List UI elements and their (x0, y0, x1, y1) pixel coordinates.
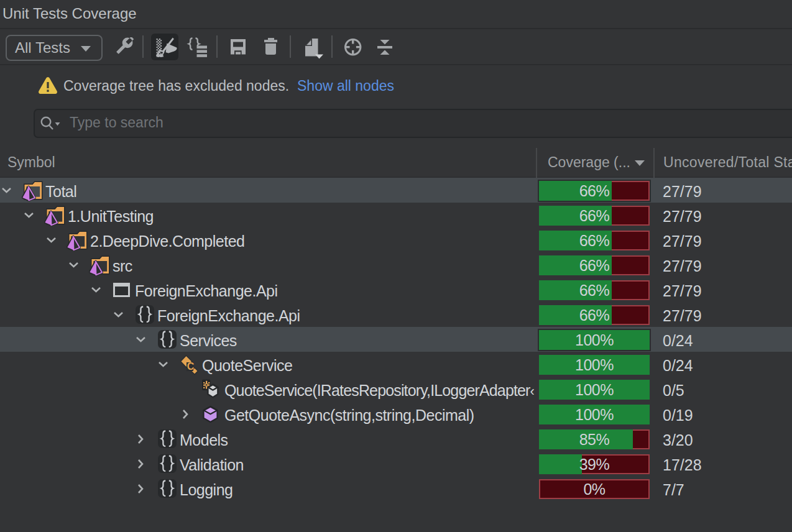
svg-text:C: C (187, 361, 195, 372)
